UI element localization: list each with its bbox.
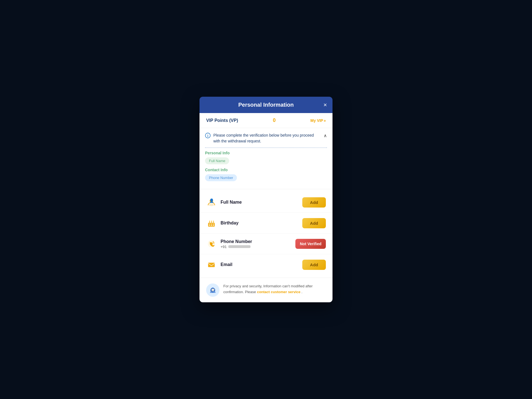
verification-section: i Please complete the verification below… [200,128,332,189]
svg-text:i: i [207,134,208,138]
support-icon: 💬 [206,283,219,297]
birthday-label: Birthday [221,221,298,226]
footer-period: . [300,290,302,294]
phone-country-code: +91 [221,245,227,249]
svg-rect-8 [209,224,210,226]
full-name-row: 👤 Full Name Add [200,192,332,213]
birthday-info: Birthday [221,221,298,226]
fields-section: 👤 Full Name Add [200,189,332,278]
email-info: Email [221,262,298,267]
vip-label: VIP Points (VP) [206,118,238,123]
footer-text: For privacy and security, Information ca… [223,283,326,295]
svg-point-5 [209,203,214,206]
email-add-button[interactable]: Add [302,260,326,270]
svg-point-17 [213,221,214,222]
email-icon [206,259,217,270]
dotted-divider [205,147,327,148]
svg-point-25 [212,292,213,293]
personal-info-group: Personal Info Full Name [205,151,327,164]
close-button[interactable]: × [323,102,327,108]
svg-rect-10 [213,224,214,226]
phone-masked-number [228,245,250,248]
personal-info-modal: Personal Information × VIP Points (VP) 0… [200,97,332,302]
user-icon: 👤 [206,197,217,208]
full-name-add-button[interactable]: Add [302,197,326,208]
verification-notice: i Please complete the verification below… [205,132,327,144]
my-vip-link[interactable]: My VIP » [310,118,326,123]
phone-not-verified-button[interactable]: Not Verified [295,239,326,249]
birthday-add-button[interactable]: Add [302,218,326,228]
svg-rect-9 [211,224,212,226]
personal-info-label: Personal Info [205,151,327,155]
modal-overlay: Personal Information × VIP Points (VP) 0… [0,0,532,399]
chevron-up-icon[interactable]: ∧ [324,133,327,138]
phone-number-info: Phone Number +91 [221,239,291,249]
phone-number-row: Phone Number +91 Not Verified [200,234,332,254]
svg-point-15 [209,221,210,222]
email-label: Email [221,262,298,267]
contact-info-group: Contact Info Phone Number [205,168,327,181]
modal-header: Personal Information × [200,97,332,113]
full-name-label: Full Name [221,200,298,205]
full-name-tag: Full Name [205,157,229,164]
svg-rect-19 [208,263,215,267]
birthday-icon [206,218,217,228]
vip-points: 0 [273,117,276,123]
phone-number-value: +91 [221,245,291,249]
email-row: Email Add [200,254,332,275]
svg-text:👤: 👤 [209,198,214,203]
notice-text: Please complete the verification below b… [213,132,321,144]
vip-section: VIP Points (VP) 0 My VIP » [200,113,332,128]
birthday-row: Birthday Add [200,213,332,234]
info-icon: i [205,133,211,140]
contact-customer-service-link[interactable]: contact customer service [257,290,300,294]
phone-number-label: Phone Number [221,239,291,244]
svg-point-16 [211,221,212,222]
modal-title: Personal Information [206,102,326,108]
contact-info-label: Contact Info [205,168,327,172]
phone-number-tag: Phone Number [205,174,237,181]
svg-text:💬: 💬 [211,288,215,292]
footer-section: 💬 For privacy and security, Information … [200,278,332,302]
full-name-info: Full Name [221,200,298,205]
phone-icon [206,239,217,249]
